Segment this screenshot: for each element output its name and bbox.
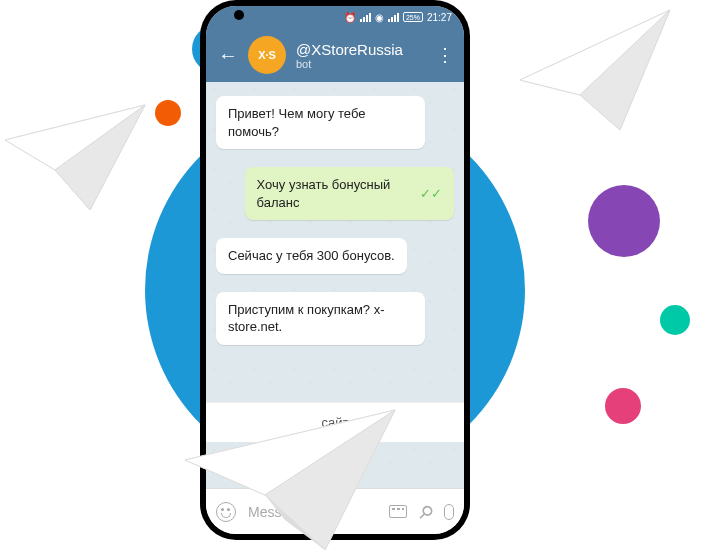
message-incoming[interactable]: Приступим к покупкам? x-store.net. bbox=[216, 292, 425, 345]
more-icon[interactable]: ⋮ bbox=[436, 44, 452, 66]
signal-icon bbox=[360, 13, 371, 22]
mic-icon[interactable] bbox=[444, 504, 454, 520]
bg-circle-pink bbox=[605, 388, 641, 424]
back-icon[interactable]: ← bbox=[218, 44, 238, 67]
bot-avatar[interactable]: X·S bbox=[248, 36, 286, 74]
message-incoming[interactable]: Сейчас у тебя 300 бонусов. bbox=[216, 238, 407, 274]
paper-plane-bottom bbox=[175, 400, 405, 560]
alarm-icon: ⏰ bbox=[344, 12, 356, 23]
clock: 21:27 bbox=[427, 12, 452, 23]
message-incoming[interactable]: Привет! Чем могу тебе помочь? bbox=[216, 96, 425, 149]
wifi-icon: ◉ bbox=[375, 12, 384, 23]
bot-status: bot bbox=[296, 58, 426, 70]
message-outgoing[interactable]: Хочу узнать бонусный баланс ✓✓ bbox=[245, 167, 454, 220]
chat-header: ← X·S @XStoreRussia bot ⋮ bbox=[206, 28, 464, 82]
header-title-block[interactable]: @XStoreRussia bot bbox=[296, 41, 426, 70]
attach-icon[interactable]: ⚲ bbox=[413, 499, 438, 524]
status-bar: ⏰ ◉ 25% 21:27 bbox=[206, 6, 464, 28]
bg-circle-orange bbox=[155, 100, 181, 126]
signal-icon-2 bbox=[388, 13, 399, 22]
bg-circle-teal bbox=[660, 305, 690, 335]
camera-punch-hole bbox=[234, 10, 244, 20]
message-text: Хочу узнать бонусный баланс bbox=[257, 176, 414, 211]
paper-plane-top-right bbox=[510, 0, 680, 140]
read-checks-icon: ✓✓ bbox=[420, 185, 442, 203]
paper-plane-left bbox=[0, 100, 150, 220]
bg-circle-purple bbox=[588, 185, 660, 257]
bot-name: @XStoreRussia bbox=[296, 41, 426, 58]
battery-indicator: 25% bbox=[403, 12, 423, 22]
